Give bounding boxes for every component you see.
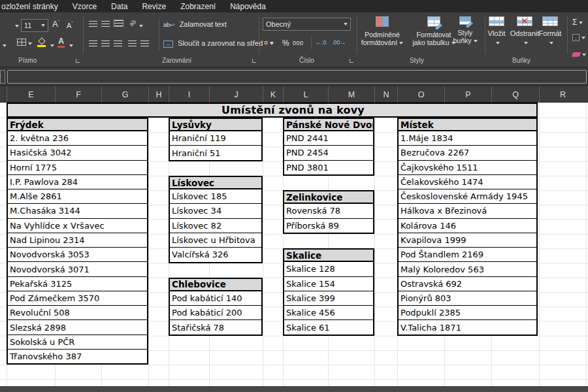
tab-formulas[interactable]: Vzorce — [65, 2, 104, 11]
tab-data[interactable]: Data — [104, 2, 135, 11]
sheet-area[interactable]: Umístění zvonů na kovy Frýdek2. května 2… — [0, 103, 588, 386]
address-cell[interactable]: Stařičská 78 — [170, 319, 261, 334]
title-merged-cell[interactable]: Umístění zvonů na kovy — [7, 103, 538, 118]
address-cell[interactable]: I.P. Pawlova 284 — [8, 174, 147, 189]
align-right-button[interactable] — [114, 40, 122, 48]
address-cell[interactable]: Lískovec u Hřbitova — [170, 233, 261, 247]
column-header-L[interactable]: L — [283, 86, 328, 103]
column-header-F[interactable]: F — [55, 86, 101, 103]
font-name-dropdown-caret[interactable] — [13, 22, 19, 29]
clear-button[interactable] — [572, 50, 586, 58]
group-header-cell[interactable]: Skalice — [284, 250, 373, 262]
address-cell[interactable]: Novodvorská 3071 — [8, 261, 147, 276]
group-header-cell[interactable]: Místek — [399, 119, 536, 131]
address-cell[interactable]: Pekařská 3125 — [8, 276, 147, 291]
cell-styles-button[interactable]: Styly buňky — [448, 16, 482, 44]
grow-font-button[interactable]: Aˆ — [52, 19, 59, 29]
orientation-button[interactable]: ab — [128, 18, 137, 27]
orientation-caret[interactable] — [137, 22, 143, 29]
align-left-button[interactable] — [89, 40, 97, 48]
address-cell[interactable]: M.Alše 2861 — [8, 189, 147, 203]
address-cell[interactable]: Pod Zámečkem 3570 — [8, 291, 147, 305]
address-cell[interactable]: PND 3801 — [284, 160, 373, 174]
column-header-N[interactable]: N — [374, 86, 397, 103]
number-format-dropdown[interactable]: Obecný — [263, 18, 351, 31]
borders-button[interactable] — [17, 39, 32, 47]
address-cell[interactable]: V.Talicha 1871 — [399, 319, 536, 334]
address-cell[interactable]: Valcířská 326 — [170, 247, 261, 261]
address-cell[interactable]: PND 2454 — [284, 145, 373, 159]
wrap-text-button[interactable]: ab↩ Zalamovat text — [163, 20, 227, 28]
address-cell[interactable]: Skalice 61 — [284, 319, 373, 334]
address-cell[interactable]: M.Chasáka 3144 — [8, 203, 147, 218]
column-header-Q[interactable]: Q — [491, 86, 539, 103]
address-cell[interactable]: Třanovského 387 — [8, 349, 147, 363]
address-cell[interactable]: Hraniční 119 — [170, 131, 261, 145]
conditional-formatting-button[interactable]: Podmíněné formátování — [358, 16, 406, 46]
address-cell[interactable]: Slezská 2898 — [8, 319, 147, 334]
address-cell[interactable]: Pod kabáticí 200 — [170, 305, 261, 319]
address-cell[interactable]: Kolárova 146 — [399, 218, 536, 233]
group-header-cell[interactable]: Lískovec — [170, 177, 261, 189]
decrease-indent-button[interactable] — [128, 40, 137, 48]
increase-indent-button[interactable] — [140, 40, 149, 48]
address-cell[interactable]: Ostravská 692 — [399, 276, 536, 291]
shrink-font-button[interactable]: Aˇ — [67, 20, 73, 29]
address-cell[interactable]: Malý Koloredov 563 — [399, 261, 536, 276]
address-cell[interactable]: Bezručova 2267 — [399, 145, 536, 159]
column-header-O[interactable]: O — [397, 86, 444, 103]
address-cell[interactable]: Příborská 89 — [284, 218, 373, 233]
address-cell[interactable]: Čajkovského 1511 — [399, 160, 536, 174]
autosum-button[interactable]: Σ — [572, 18, 583, 27]
column-header-K[interactable]: K — [263, 86, 283, 103]
address-cell[interactable]: 1.Máje 1834 — [399, 131, 536, 145]
tab-view[interactable]: Zobrazení — [173, 2, 223, 11]
group-header-cell[interactable]: Frýdek — [8, 119, 147, 131]
tab-page-layout[interactable]: ozložení stránky — [0, 2, 65, 11]
tab-review[interactable]: Revize — [135, 2, 173, 11]
merge-center-button[interactable]: ↔ Sloučit a zarovnat na střed — [163, 39, 274, 48]
address-cell[interactable]: Sokolská u PČR — [8, 335, 147, 349]
comma-style-button[interactable]: 000 — [293, 40, 304, 46]
column-header-I[interactable]: I — [169, 86, 209, 103]
address-cell[interactable]: Rovenská 78 — [284, 204, 373, 218]
fill-color-caret[interactable] — [48, 41, 54, 49]
address-cell[interactable]: 2. května 236 — [8, 131, 147, 145]
address-cell[interactable]: Pionýrů 803 — [399, 291, 536, 305]
group-header-cell[interactable]: Lysůvky — [170, 119, 261, 131]
column-header-J[interactable]: J — [209, 86, 263, 103]
address-cell[interactable]: Hasičská 3042 — [8, 145, 147, 159]
address-cell[interactable]: Revoluční 508 — [8, 305, 147, 319]
address-cell[interactable]: Pod kabáticí 140 — [170, 291, 261, 305]
address-cell[interactable]: PND 2441 — [284, 131, 373, 145]
decrease-decimal-button[interactable]: .00→ — [332, 39, 346, 46]
format-cells-button[interactable]: Formát — [532, 16, 568, 46]
number-dialog-launcher[interactable] — [350, 59, 353, 63]
font-color-caret[interactable] — [67, 41, 73, 49]
group-header-cell[interactable]: Zelinkovice — [284, 191, 373, 204]
fill-color-button[interactable] — [37, 37, 46, 47]
formula-input[interactable] — [7, 70, 587, 84]
align-bottom-button[interactable] — [114, 20, 123, 28]
address-cell[interactable]: Lískovec 34 — [170, 203, 261, 218]
fill-button[interactable]: ↓ — [572, 33, 585, 41]
address-cell[interactable]: Čelakovského 1474 — [399, 174, 536, 189]
group-header-cell[interactable]: Chlebovice — [170, 279, 261, 291]
address-cell[interactable]: Skalice 399 — [284, 291, 373, 305]
align-center-button[interactable] — [101, 40, 110, 48]
address-cell[interactable]: Novodvorská 3053 — [8, 247, 147, 261]
address-cell[interactable]: Hraniční 51 — [170, 145, 261, 159]
font-dialog-launcher[interactable] — [76, 59, 80, 63]
increase-decimal-button[interactable]: ←.0 — [316, 39, 327, 46]
address-cell[interactable]: Podpuklí 2385 — [399, 305, 536, 319]
group-header-cell[interactable]: Pánské Nové Dvory — [284, 119, 373, 131]
column-header-E[interactable]: E — [7, 86, 55, 103]
address-cell[interactable]: Skalice 128 — [284, 262, 373, 276]
font-color-button[interactable]: A — [57, 37, 65, 48]
column-header-G[interactable]: G — [101, 86, 148, 103]
insert-function-button[interactable]: fx — [0, 70, 5, 84]
address-cell[interactable]: Na Vyhlídce x Vršavec — [8, 218, 147, 233]
column-header-M[interactable]: M — [328, 86, 374, 103]
border-partial-caret[interactable] — [1, 41, 7, 49]
address-cell[interactable]: Skalice 456 — [284, 305, 373, 319]
